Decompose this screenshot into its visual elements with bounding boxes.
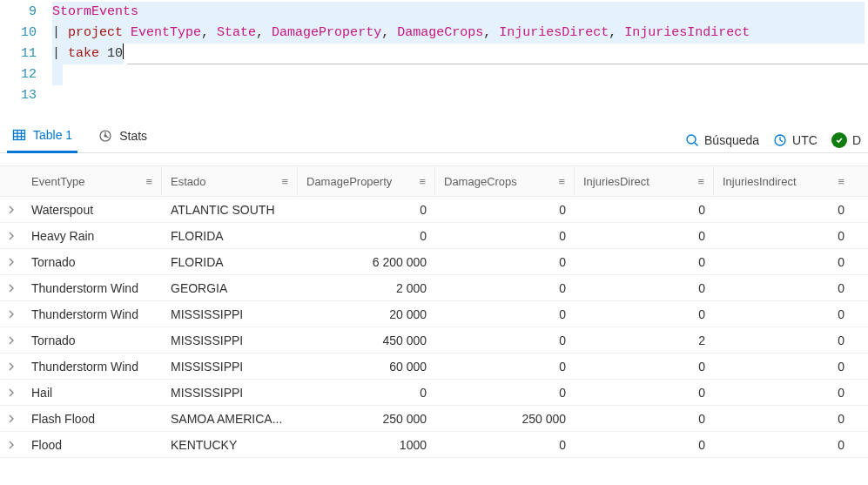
expand-row-icon[interactable]: [0, 336, 23, 345]
search-icon: [685, 133, 699, 147]
cell-damagecrops: 0: [435, 333, 575, 347]
cell-eventtype: Tornado: [23, 255, 162, 269]
expand-row-icon[interactable]: [0, 414, 23, 423]
tab-table-label: Table 1: [33, 128, 72, 142]
svg-line-10: [695, 143, 698, 146]
cell-injuriesdirect: 0: [575, 203, 714, 217]
cell-state: FLORIDA: [162, 255, 298, 269]
results-grid: EventType ≡ Estado ≡ DamageProperty ≡ Da…: [0, 165, 868, 458]
cell-eventtype: Flood: [23, 438, 162, 452]
token-pipe: |: [52, 25, 68, 40]
cell-injuriesdirect: 0: [575, 281, 714, 295]
column-menu-icon[interactable]: ≡: [697, 175, 704, 188]
cell-injuriesindirect: 0: [714, 412, 853, 426]
tab-stats[interactable]: Stats: [93, 128, 152, 152]
col-header-injuriesindirect[interactable]: InjuriesIndirect ≡: [714, 166, 853, 196]
cell-eventtype: Flash Flood: [23, 412, 162, 426]
tab-table[interactable]: Table 1: [7, 128, 77, 153]
cell-damageproperty: 250 000: [298, 412, 435, 426]
table-row[interactable]: Thunderstorm WindGEORGIA2 000000: [0, 275, 868, 301]
token-keyword: project: [68, 25, 123, 40]
search-button[interactable]: Búsqueda: [685, 133, 759, 147]
col-header-injuriesdirect[interactable]: InjuriesDirect ≡: [575, 166, 714, 196]
cell-damageproperty: 450 000: [298, 333, 435, 347]
column-menu-icon[interactable]: ≡: [838, 175, 844, 188]
expand-row-icon[interactable]: [0, 362, 23, 371]
table-row[interactable]: Flash FloodSAMOA AMERICA...250 000250 00…: [0, 406, 868, 432]
cell-state: MISSISSIPPI: [162, 333, 298, 347]
line-number: 10: [0, 23, 52, 44]
cell-eventtype: Tornado: [23, 333, 162, 347]
cell-state: SAMOA AMERICA...: [162, 412, 298, 426]
cell-state: KENTUCKY: [162, 438, 298, 452]
code-line[interactable]: | take 10: [52, 44, 124, 64]
status-indicator[interactable]: D: [831, 132, 861, 148]
cell-damageproperty: 60 000: [298, 360, 435, 374]
stats-icon: [98, 129, 112, 143]
table-row[interactable]: HailMISSISSIPPI0000: [0, 380, 868, 406]
cell-state: GEORGIA: [162, 281, 298, 295]
token-keyword: take: [68, 46, 99, 61]
svg-line-13: [780, 140, 783, 142]
code-line[interactable]: [52, 85, 868, 106]
line-number: 13: [0, 85, 52, 106]
column-menu-icon[interactable]: ≡: [281, 175, 288, 188]
cell-damageproperty: 2 000: [298, 281, 435, 295]
cell-injuriesdirect: 0: [575, 412, 714, 426]
query-editor[interactable]: 9 StormEvents 10 | project EventType, St…: [0, 0, 868, 106]
column-menu-icon[interactable]: ≡: [145, 175, 152, 188]
check-icon: [831, 132, 847, 148]
cell-damageproperty: 1000: [298, 438, 435, 452]
code-line[interactable]: | project EventType, State, DamageProper…: [52, 23, 865, 44]
cell-damageproperty: 0: [298, 229, 435, 243]
cell-damageproperty: 20 000: [298, 307, 435, 321]
column-menu-icon[interactable]: ≡: [419, 175, 426, 188]
expand-row-icon[interactable]: [0, 258, 23, 266]
cell-injuriesindirect: 0: [714, 333, 853, 347]
expand-row-icon[interactable]: [0, 388, 23, 397]
result-tabbar: Table 1 Stats Búsqueda UTC D: [0, 115, 868, 153]
token-column: EventType: [131, 25, 201, 40]
token-column: DamageCrops: [397, 25, 483, 40]
svg-point-9: [687, 135, 696, 144]
table-row[interactable]: TornadoMISSISSIPPI450 000020: [0, 327, 868, 354]
expand-row-icon[interactable]: [0, 310, 23, 319]
table-row[interactable]: Thunderstorm WindMISSISSIPPI20 000000: [0, 301, 868, 327]
grid-body: WaterspoutATLANTIC SOUTH0000Heavy RainFL…: [0, 197, 868, 458]
cell-state: MISSISSIPPI: [162, 307, 298, 321]
token-table: StormEvents: [52, 4, 138, 19]
expand-row-icon[interactable]: [0, 441, 23, 449]
token-number: 10: [107, 46, 123, 61]
clock-icon: [773, 133, 787, 147]
col-header-damagecrops[interactable]: DamageCrops ≡: [435, 166, 575, 196]
col-header-damageproperty[interactable]: DamageProperty ≡: [298, 166, 435, 196]
expand-row-icon[interactable]: [0, 284, 23, 293]
svg-rect-0: [14, 130, 25, 139]
status-text: D: [852, 133, 861, 147]
grid-header: EventType ≡ Estado ≡ DamageProperty ≡ Da…: [0, 165, 868, 197]
code-line[interactable]: [52, 64, 63, 85]
cell-injuriesindirect: 0: [714, 255, 853, 269]
column-menu-icon[interactable]: ≡: [558, 175, 565, 188]
table-row[interactable]: TornadoFLORIDA6 200 000000: [0, 249, 868, 275]
cell-damagecrops: 0: [435, 386, 575, 400]
cell-injuriesindirect: 0: [714, 307, 853, 321]
timezone-button[interactable]: UTC: [773, 133, 818, 147]
line-number: 12: [0, 64, 52, 85]
col-header-state[interactable]: Estado ≡: [162, 166, 298, 196]
table-row[interactable]: FloodKENTUCKY1000000: [0, 432, 868, 458]
expand-row-icon[interactable]: [0, 205, 23, 214]
cell-state: MISSISSIPPI: [162, 386, 298, 400]
table-row[interactable]: WaterspoutATLANTIC SOUTH0000: [0, 197, 868, 223]
cell-injuriesindirect: 0: [714, 360, 853, 374]
token-column: State: [217, 25, 256, 40]
table-row[interactable]: Heavy RainFLORIDA0000: [0, 223, 868, 249]
expand-row-icon[interactable]: [0, 232, 23, 240]
table-row[interactable]: Thunderstorm WindMISSISSIPPI60 000000: [0, 354, 868, 380]
code-line[interactable]: StormEvents: [52, 2, 865, 23]
cell-eventtype: Thunderstorm Wind: [23, 307, 162, 321]
col-header-eventtype[interactable]: EventType ≡: [23, 166, 162, 196]
cell-damagecrops: 0: [435, 255, 575, 269]
cell-eventtype: Thunderstorm Wind: [23, 281, 162, 295]
cell-injuriesdirect: 0: [575, 386, 714, 400]
